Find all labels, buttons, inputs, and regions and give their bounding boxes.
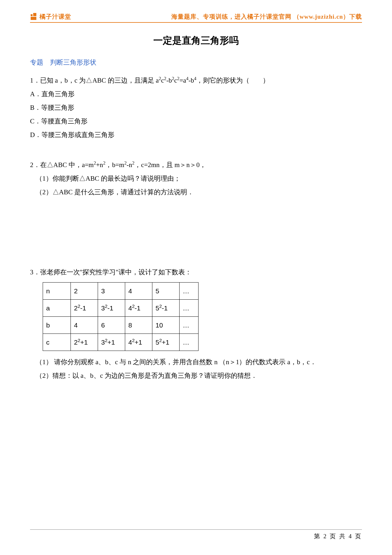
q3-stem: 3．张老师在一次"探究性学习"课中，设计了如下数表： (30, 265, 362, 279)
logo-text: 橘子汁课堂 (40, 13, 71, 21)
question-2: 2．在△ABC 中，a=m2+n2，b=m2-n2，c=2mn，且 m＞n＞0，… (30, 158, 362, 199)
table-row: b46810… (43, 317, 199, 334)
q1-option-d: D．等腰三角形或直角三角形 (30, 128, 362, 142)
table-cell: 22-1 (71, 300, 98, 317)
page-footer: 第 2 页 共 4 页 (30, 529, 362, 540)
table-cell: 8 (125, 317, 152, 334)
q3-sub2: （2）猜想：以 a、b、c 为边的三角形是否为直角三角形？请证明你的猜想． (30, 369, 362, 383)
table-cell: a (43, 300, 71, 317)
table-cell: n (43, 283, 71, 300)
table-cell: 10 (152, 317, 180, 334)
table-cell: c (43, 334, 71, 351)
table-cell: 52-1 (152, 300, 180, 317)
table-cell: 3 (98, 283, 125, 300)
q1-option-c: C．等腰直角三角形 (30, 115, 362, 128)
table-cell: 52+1 (152, 334, 180, 351)
q2-line1-formula: a=m2+n2，b=m2-n2，c=2mn，且 m＞n＞0， (82, 161, 206, 169)
page-title: 一定是直角三角形吗 (30, 34, 362, 47)
q2-sub2: （2）△ABC 是什么三角形，请通过计算的方法说明． (30, 185, 362, 199)
question-1: 1．已知 a，b，c 为△ABC 的三边，且满足 a2c2-b2c2=a4-b4… (30, 74, 362, 142)
table-cell: 2 (71, 283, 98, 300)
q3-table: n2345…a22-132-142-152-1…b46810…c22+132+1… (43, 282, 199, 351)
header-right-text: 海量题库、专项训练，进入橘子汁课堂官网 （www.juzizhi.cn）下载 (171, 13, 362, 21)
table-cell: 32-1 (98, 300, 125, 317)
table-row: c22+132+142+152+1… (43, 334, 199, 351)
table-cell: 42+1 (125, 334, 152, 351)
topic-label: 专题 判断三角形形状 (30, 58, 362, 67)
table-cell: 4 (125, 283, 152, 300)
q1-option-a: A．直角三角形 (30, 87, 362, 101)
question-3: 3．张老师在一次"探究性学习"课中，设计了如下数表： n2345…a22-132… (30, 265, 362, 383)
table-cell: … (180, 334, 199, 351)
table-cell: 22+1 (71, 334, 98, 351)
table-cell: b (43, 317, 71, 334)
logo-icon (30, 13, 38, 21)
table-row: n2345… (43, 283, 199, 300)
table-cell: … (180, 283, 199, 300)
q1-stem-prefix: 1．已知 a，b，c 为△ABC 的三边，且满足 (30, 77, 156, 84)
q3-sub1: （1） 请你分别观察 a、b、c 与 n 之间的关系，并用含自然数 n （n＞1… (30, 355, 362, 369)
table-cell: 32+1 (98, 334, 125, 351)
table-cell: 4 (71, 317, 98, 334)
q2-sub1: （1）你能判断△ABC 的最长边吗？请说明理由； (30, 172, 362, 185)
page-header: 橘子汁课堂 海量题库、专项训练，进入橘子汁课堂官网 （www.juzizhi.c… (30, 13, 362, 23)
logo: 橘子汁课堂 (30, 13, 71, 21)
q1-option-b: B．等腰三角形 (30, 101, 362, 115)
table-cell: … (180, 300, 199, 317)
table-cell: … (180, 317, 199, 334)
table-cell: 6 (98, 317, 125, 334)
table-cell: 42-1 (125, 300, 152, 317)
q1-stem-suffix: ，则它的形状为（ ） (196, 77, 269, 84)
table-row: a22-132-142-152-1… (43, 300, 199, 317)
q2-line1-prefix: 2．在△ABC 中， (30, 161, 82, 169)
table-cell: 5 (152, 283, 180, 300)
q1-formula: a2c2-b2c2=a4-b4 (156, 77, 196, 84)
